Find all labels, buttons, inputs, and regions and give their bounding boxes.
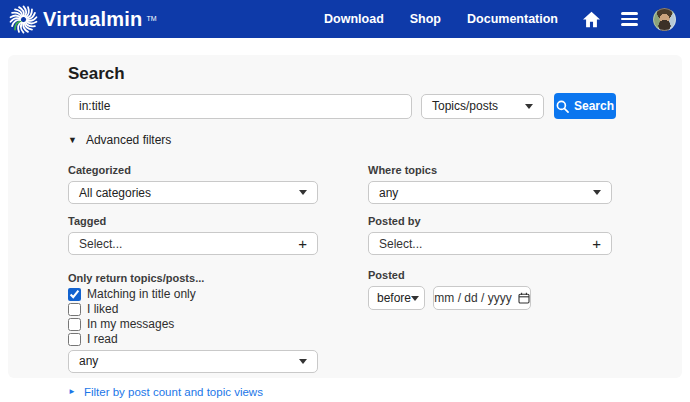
user-avatar[interactable] xyxy=(653,8,676,31)
brand-trademark: TM xyxy=(146,14,156,24)
brand-name: Virtualmin xyxy=(43,8,142,31)
in-my-messages-checkbox[interactable] xyxy=(68,318,81,331)
chevron-down-icon xyxy=(525,104,533,109)
categorized-value: All categories xyxy=(79,186,151,200)
filter-by-post-count-link[interactable]: ► Filter by post count and topic views xyxy=(68,386,318,398)
virtualmin-search-page: Virtualmin TM Download Shop Documentatio… xyxy=(0,0,690,402)
caret-right-icon: ► xyxy=(68,388,76,396)
advanced-filters-toggle[interactable]: ▼ Advanced filters xyxy=(68,133,682,147)
plus-icon: + xyxy=(298,236,307,251)
i-read-checkbox[interactable] xyxy=(68,333,81,346)
search-type-value: Topics/posts xyxy=(432,99,498,113)
search-type-select[interactable]: Topics/posts xyxy=(421,94,544,119)
filter-link-label: Filter by post count and topic views xyxy=(84,386,263,398)
plus-icon: + xyxy=(592,236,601,251)
i-liked-checkbox-label[interactable]: I liked xyxy=(87,302,118,316)
i-liked-checkbox[interactable] xyxy=(68,303,81,316)
calendar-icon xyxy=(518,292,530,304)
posted-by-placeholder: Select... xyxy=(379,237,422,251)
date-placeholder: mm / dd / yyyy xyxy=(434,291,511,305)
where-topics-label: Where topics xyxy=(368,164,612,176)
brand-logo-link[interactable]: Virtualmin TM xyxy=(8,4,157,35)
filters-left-column: Categorized All categories Tagged Select… xyxy=(68,164,318,398)
search-input[interactable] xyxy=(68,94,412,119)
categorized-label: Categorized xyxy=(68,164,318,176)
navbar-links: Download Shop Documentation xyxy=(324,12,558,26)
checkbox-row-i-liked: I liked xyxy=(68,302,318,317)
filters-grid: Categorized All categories Tagged Select… xyxy=(68,164,682,398)
chevron-down-icon xyxy=(593,190,601,195)
where-topics-value: any xyxy=(379,186,398,200)
checkbox-row-in-my-messages: In my messages xyxy=(68,317,318,332)
nav-link-download[interactable]: Download xyxy=(324,12,384,26)
search-button-label: Search xyxy=(574,99,614,113)
nav-link-documentation[interactable]: Documentation xyxy=(467,12,558,26)
search-icon xyxy=(556,100,569,113)
posted-when-value: before xyxy=(377,291,411,305)
posted-date-input[interactable]: mm / dd / yyyy xyxy=(433,286,531,310)
tagged-select[interactable]: Select... + xyxy=(68,232,318,255)
topic-status-value: any xyxy=(79,354,98,368)
matching-title-checkbox[interactable] xyxy=(68,288,81,301)
posted-by-label: Posted by xyxy=(368,215,612,227)
advanced-filters-label: Advanced filters xyxy=(86,133,171,147)
topic-status-select[interactable]: any xyxy=(68,350,318,373)
chevron-down-icon xyxy=(299,359,307,364)
home-icon[interactable] xyxy=(582,11,601,28)
top-navbar: Virtualmin TM Download Shop Documentatio… xyxy=(0,0,690,38)
caret-down-icon: ▼ xyxy=(68,136,77,145)
categorized-select[interactable]: All categories xyxy=(68,181,318,204)
matching-title-checkbox-label[interactable]: Matching in title only xyxy=(87,287,196,301)
page-title: Search xyxy=(68,64,682,84)
search-button[interactable]: Search xyxy=(554,93,616,119)
only-return-label: Only return topics/posts... xyxy=(68,272,318,284)
in-my-messages-checkbox-label[interactable]: In my messages xyxy=(87,317,174,331)
search-row: Topics/posts Search xyxy=(68,93,682,119)
nav-link-shop[interactable]: Shop xyxy=(410,12,441,26)
posted-by-select[interactable]: Select... + xyxy=(368,232,612,255)
virtualmin-swirl-icon xyxy=(8,4,39,35)
i-read-checkbox-label[interactable]: I read xyxy=(87,332,118,346)
only-return-group: Only return topics/posts... Matching in … xyxy=(68,272,318,373)
chevron-down-icon xyxy=(411,296,419,301)
posted-row: before mm / dd / yyyy xyxy=(368,286,612,310)
checkbox-row-i-read: I read xyxy=(68,332,318,347)
where-topics-select[interactable]: any xyxy=(368,181,612,204)
tagged-placeholder: Select... xyxy=(79,237,122,251)
chevron-down-icon xyxy=(299,190,307,195)
filters-right-column: Where topics any Posted by Select... + P… xyxy=(368,164,612,398)
posted-label: Posted xyxy=(368,269,612,281)
hamburger-menu-icon[interactable] xyxy=(621,12,638,26)
search-panel: Search Topics/posts Search ▼ Advanced fi… xyxy=(8,55,682,378)
checkbox-row-matching-title: Matching in title only xyxy=(68,287,318,302)
tagged-label: Tagged xyxy=(68,215,318,227)
posted-when-select[interactable]: before xyxy=(368,286,425,310)
